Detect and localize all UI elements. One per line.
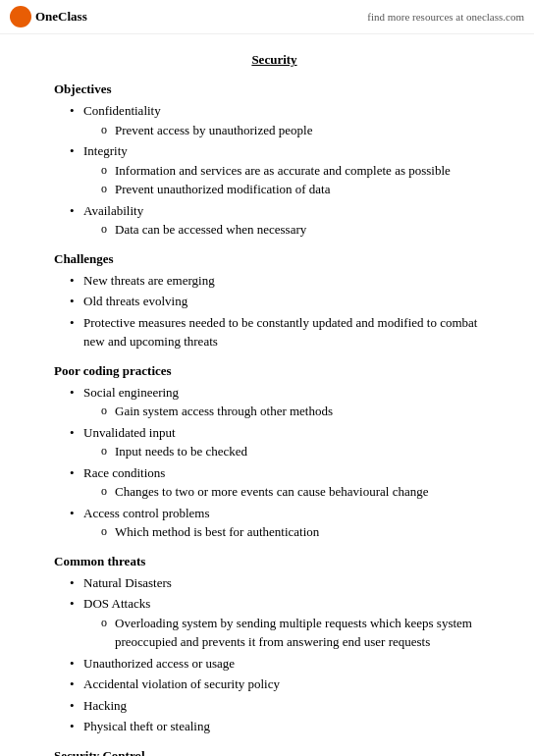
item-label: Unauthorized access or usage <box>83 656 235 671</box>
sub-list: Data can be accessed when necessary <box>83 220 495 240</box>
sub-list-item: Gain system access through other methods <box>101 402 495 421</box>
sub-list: Prevent access by unauthorized people <box>83 121 495 140</box>
item-label: Old threats evolving <box>83 294 187 308</box>
list-item: Unauthorized access or usage <box>70 654 495 674</box>
item-label: Social engineering <box>83 385 179 400</box>
sub-list: Gain system access through other methods <box>83 402 495 421</box>
section-list-challenges: New threats are emergingOld threats evol… <box>54 271 495 351</box>
item-label: Integrity <box>83 143 128 158</box>
section-heading-security-control: Security Control <box>54 748 495 757</box>
sections-container: ObjectivesConfidentialityPrevent access … <box>54 81 495 756</box>
sub-list-item: Information and services are as accurate… <box>101 161 495 181</box>
sub-list: Input needs to be checked <box>83 442 495 461</box>
list-item: Social engineeringGain system access thr… <box>70 383 495 421</box>
sub-list: Changes to two or more events can cause … <box>83 482 495 502</box>
sub-list-item: Prevent unauthorized modification of dat… <box>101 180 495 199</box>
top-link-text: find more resources at oneclass.com <box>367 11 524 23</box>
item-label: Accidental violation of security policy <box>83 676 280 691</box>
section-heading-poor-coding: Poor coding practices <box>54 363 495 379</box>
top-bar: OneClass find more resources at oneclass… <box>0 0 534 34</box>
section-list-objectives: ConfidentialityPrevent access by unautho… <box>54 101 495 240</box>
item-label: Protective measures needed to be constan… <box>83 315 477 350</box>
section-list-poor-coding: Social engineeringGain system access thr… <box>54 383 495 542</box>
item-label: New threats are emerging <box>83 273 215 288</box>
item-label: Availability <box>83 203 143 218</box>
list-item: Physical theft or stealing <box>70 717 495 736</box>
sub-list-item: Which method is best for authentication <box>101 522 495 542</box>
section-heading-challenges: Challenges <box>54 251 495 267</box>
sub-list: Information and services are as accurate… <box>83 161 495 199</box>
list-item: Protective measures needed to be constan… <box>70 313 495 351</box>
logo-icon <box>10 6 31 27</box>
top-logo: OneClass <box>10 6 87 27</box>
list-item: ConfidentialityPrevent access by unautho… <box>70 101 495 139</box>
item-label: Race conditions <box>83 465 165 480</box>
section-heading-common-threats: Common threats <box>54 554 495 569</box>
sub-list-item: Input needs to be checked <box>101 442 495 461</box>
sub-list: Which method is best for authentication <box>83 522 495 542</box>
item-label: Hacking <box>83 698 127 713</box>
item-label: Confidentiality <box>83 103 161 118</box>
page-title: Security <box>54 52 495 68</box>
list-item: Unvalidated inputInput needs to be check… <box>70 423 495 461</box>
item-label: DOS Attacks <box>83 596 150 611</box>
list-item: DOS AttacksOverloading system by sending… <box>70 594 495 652</box>
sub-list-item: Prevent access by unauthorized people <box>101 121 495 140</box>
list-item: Natural Disasters <box>70 573 495 593</box>
section-list-common-threats: Natural DisastersDOS AttacksOverloading … <box>54 573 495 736</box>
sub-list-item: Overloading system by sending multiple r… <box>101 614 495 652</box>
list-item: New threats are emerging <box>70 271 495 291</box>
item-label: Natural Disasters <box>83 575 172 590</box>
item-label: Access control problems <box>83 506 210 520</box>
list-item: IntegrityInformation and services are as… <box>70 141 495 199</box>
section-heading-objectives: Objectives <box>54 81 495 97</box>
list-item: Race conditionsChanges to two or more ev… <box>70 463 495 502</box>
item-label: Unvalidated input <box>83 425 176 440</box>
list-item: Hacking <box>70 696 495 716</box>
sub-list-item: Data can be accessed when necessary <box>101 220 495 240</box>
list-item: Old threats evolving <box>70 292 495 311</box>
list-item: Accidental violation of security policy <box>70 675 495 694</box>
top-logo-text: OneClass <box>35 9 87 25</box>
sub-list-item: Changes to two or more events can cause … <box>101 482 495 502</box>
item-label: Physical theft or stealing <box>83 719 210 733</box>
main-content: Security ObjectivesConfidentialityPreven… <box>0 34 534 756</box>
list-item: AvailabilityData can be accessed when ne… <box>70 201 495 240</box>
list-item: Access control problemsWhich method is b… <box>70 504 495 542</box>
sub-list: Overloading system by sending multiple r… <box>83 614 495 652</box>
